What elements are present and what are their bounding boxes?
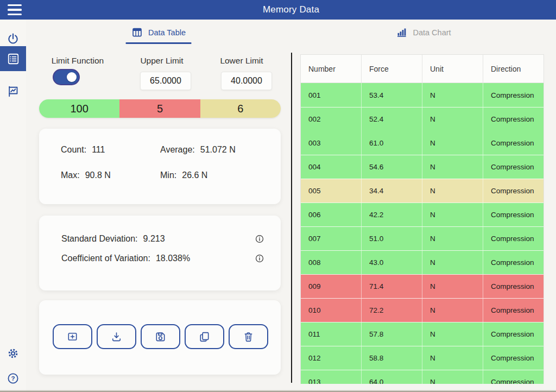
cell-unit: N (422, 323, 483, 346)
cell-force: 58.8 (362, 346, 422, 370)
svg-text:?: ? (11, 375, 15, 382)
table-row[interactable]: 001 53.4 N Compression (301, 83, 544, 107)
cell-direction: Compression (483, 275, 544, 298)
statistics-card: Count:111 Average:51.072 N Max:90.8 N Mi… (39, 129, 281, 204)
cell-unit: N (422, 131, 483, 155)
cell-unit: N (422, 346, 483, 370)
hamburger-menu-icon[interactable] (8, 4, 22, 15)
cell-unit: N (422, 203, 483, 226)
cell-number: 003 (301, 131, 362, 155)
active-tab-indicator (126, 42, 192, 44)
table-row[interactable]: 012 58.8 N Compression (301, 346, 544, 370)
toggle-knob (67, 72, 77, 82)
min-label: Min: (160, 170, 176, 180)
table-row[interactable]: 013 64.0 N Compression (301, 370, 544, 384)
top-app-bar: Memory Data (0, 0, 556, 20)
upper-limit-input[interactable] (140, 72, 191, 90)
under-limit-count-segment: 6 (200, 99, 281, 118)
cell-unit: N (422, 299, 483, 322)
delete-icon (242, 331, 255, 343)
cell-force: 52.4 (362, 108, 422, 131)
cell-unit: N (422, 179, 483, 203)
cell-direction: Compression (483, 323, 544, 346)
power-icon (6, 32, 20, 46)
settings-gear-icon (7, 347, 20, 360)
table-row[interactable]: 007 51.0 N Compression (301, 226, 544, 250)
cell-number: 010 (301, 299, 362, 322)
page-title: Memory Data (0, 4, 556, 15)
column-header-force: Force (362, 55, 422, 83)
cell-force: 57.8 (362, 323, 422, 346)
cell-unit: N (422, 227, 483, 250)
bar-chart-icon (396, 27, 407, 38)
save-data-button[interactable] (141, 324, 180, 349)
limit-function-toggle[interactable] (53, 69, 80, 85)
chart-flag-icon (7, 85, 20, 98)
data-table-icon (7, 52, 20, 66)
max-value: 90.8 N (85, 170, 111, 180)
info-icon (255, 254, 264, 263)
cell-number: 009 (301, 275, 362, 298)
cell-direction: Compression (483, 227, 544, 250)
count-label: Count: (61, 145, 86, 154)
limit-settings-panel: Limit Function Upper Limit Lower Limit 1… (26, 52, 292, 392)
limit-result-bar: 100 5 6 (39, 99, 281, 118)
average-label: Average: (160, 145, 195, 154)
cell-unit: N (422, 370, 483, 384)
table-icon (131, 27, 143, 38)
table-row[interactable]: 004 54.6 N Compression (301, 155, 544, 179)
lower-limit-input[interactable] (221, 72, 272, 90)
cell-force: 71.4 (362, 275, 422, 298)
table-body: 001 53.4 N Compression 002 52.4 N Compre… (301, 83, 544, 384)
settings-button[interactable] (0, 341, 26, 366)
cell-direction: Compression (483, 108, 544, 131)
sidebar-item-data-chart[interactable] (0, 79, 26, 104)
table-row[interactable]: 009 71.4 N Compression (301, 274, 544, 298)
tab-data-chart[interactable]: Data Chart (291, 20, 556, 52)
table-row[interactable]: 010 72.2 N Compression (301, 298, 544, 322)
cell-number: 005 (301, 179, 362, 203)
table-row[interactable]: 005 34.4 N Compression (301, 179, 544, 203)
cell-number: 004 (301, 155, 362, 179)
cell-direction: Compression (483, 131, 544, 155)
cell-force: 72.2 (362, 299, 422, 322)
coefficient-variation-stat: Coefficient of Variation:18.038% (61, 254, 255, 263)
column-header-direction: Direction (483, 55, 544, 83)
table-row[interactable]: 008 43.0 N Compression (301, 250, 544, 274)
cell-force: 53.4 (362, 83, 422, 107)
cell-direction: Compression (483, 346, 544, 370)
table-row[interactable]: 003 61.0 N Compression (301, 131, 544, 155)
cell-direction: Compression (483, 370, 544, 384)
coefficient-variation-info-button[interactable] (255, 254, 264, 263)
data-table-panel: Number Force Unit Direction 001 53.4 N C… (292, 52, 556, 384)
std-deviation-label: Standard Deviation: (61, 234, 138, 243)
add-icon (66, 331, 79, 343)
measurement-table: Number Force Unit Direction 001 53.4 N C… (300, 54, 544, 384)
download-icon (110, 331, 123, 343)
cell-number: 013 (301, 370, 362, 384)
add-data-button[interactable] (53, 324, 92, 349)
lower-limit-label: Lower Limit (220, 56, 263, 66)
coefficient-variation-label: Coefficient of Variation: (61, 254, 150, 263)
std-deviation-stat: Standard Deviation:9.213 (61, 234, 255, 244)
help-button[interactable]: ? (0, 366, 26, 391)
cell-force: 43.0 (362, 251, 422, 274)
tab-data-table[interactable]: Data Table (26, 20, 291, 52)
download-data-button[interactable] (97, 324, 136, 349)
std-deviation-info-button[interactable] (255, 234, 264, 244)
save-icon (154, 331, 167, 343)
cell-force: 34.4 (362, 179, 422, 203)
table-row[interactable]: 006 42.2 N Compression (301, 203, 544, 226)
delete-data-button[interactable] (229, 324, 268, 349)
table-row[interactable]: 011 57.8 N Compression (301, 322, 544, 346)
help-icon: ? (7, 372, 20, 385)
max-stat: Max:90.8 N (61, 170, 160, 180)
cell-number: 007 (301, 227, 362, 250)
cell-unit: N (422, 155, 483, 179)
copy-data-button[interactable] (185, 324, 224, 349)
deviation-card: Standard Deviation:9.213 Coefficient of … (39, 216, 281, 290)
cell-number: 002 (301, 108, 362, 131)
table-row[interactable]: 002 52.4 N Compression (301, 107, 544, 131)
cell-direction: Compression (483, 299, 544, 322)
sidebar-item-data-table[interactable] (0, 46, 26, 71)
